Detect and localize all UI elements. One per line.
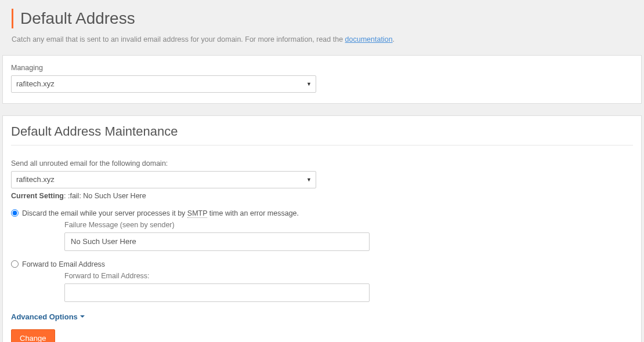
current-setting: Current Setting: :fail: No Such User Her… (11, 192, 633, 200)
discard-radio[interactable] (11, 209, 19, 217)
failure-message-label: Failure Message (seen by sender) (64, 221, 633, 229)
forward-address-input[interactable] (64, 283, 370, 302)
desc-text-post: . (393, 35, 395, 43)
change-button[interactable]: Change (11, 329, 55, 342)
discard-label-post: time with an error message. (207, 209, 299, 217)
maintenance-title: Default Address Maintenance (11, 124, 633, 139)
managing-label: Managing (11, 64, 633, 72)
documentation-link[interactable]: documentation (345, 35, 393, 43)
current-setting-label: Current Setting (11, 192, 64, 200)
smtp-abbr: SMTP (187, 209, 208, 218)
failure-message-input[interactable] (64, 232, 370, 251)
chevron-down-icon (80, 315, 85, 318)
advanced-options-toggle[interactable]: Advanced Options (11, 312, 85, 321)
maintenance-panel: Default Address Maintenance Send all unr… (2, 115, 642, 342)
discard-radio-label: Discard the email while your server proc… (22, 209, 299, 217)
forward-radio-label: Forward to Email Address (22, 260, 105, 268)
domain-label: Send all unrouted email for the followin… (11, 159, 633, 168)
divider (11, 145, 633, 145)
current-setting-value: : :fail: No Such User Here (64, 192, 146, 200)
advanced-options-label: Advanced Options (11, 312, 78, 321)
managing-panel: Managing rafitech.xyz (2, 55, 642, 104)
forward-address-label: Forward to Email Address: (64, 272, 633, 280)
forward-radio[interactable] (11, 260, 19, 268)
page-title: Default Address (12, 9, 632, 28)
desc-text-pre: Catch any email that is sent to an inval… (12, 35, 345, 43)
managing-domain-select[interactable]: rafitech.xyz (11, 75, 316, 93)
discard-label-pre: Discard the email while your server proc… (22, 209, 187, 217)
page-description: Catch any email that is sent to an inval… (12, 35, 632, 43)
domain-select[interactable]: rafitech.xyz (11, 171, 316, 188)
